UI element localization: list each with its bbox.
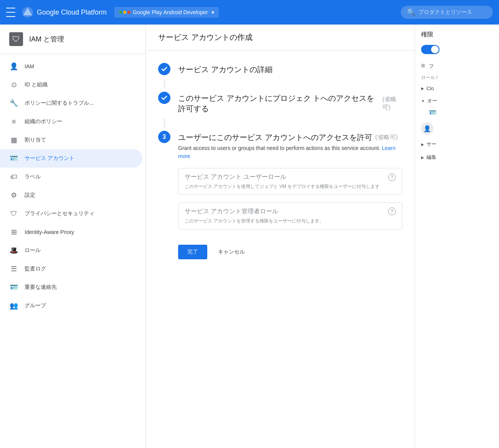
sidebar-item-contacts[interactable]: 🪪 重要な連絡先 bbox=[0, 278, 142, 296]
sidebar-label-iap: Identity-Aware Proxy bbox=[25, 229, 133, 235]
sidebar-item-organization[interactable]: ⊙ ID と組織 bbox=[0, 76, 142, 94]
sidebar-item-audit-log[interactable]: ☰ 監査ログ bbox=[0, 260, 142, 278]
step-connector-1 bbox=[164, 79, 165, 89]
sidebar-label-service-account: サービス アカウント bbox=[25, 155, 133, 162]
expand-edit-icon: ▶ bbox=[421, 155, 424, 160]
step1-indicator bbox=[158, 63, 170, 75]
step-connector-2 bbox=[164, 119, 165, 128]
panel-row-edit[interactable]: ▶ 編集 bbox=[421, 152, 493, 162]
sidebar-item-groups[interactable]: 👥 グループ bbox=[0, 296, 142, 315]
step2-title: このサービス アカウントにプロジェク トへのアクセスを許可する (省略可) bbox=[178, 93, 402, 114]
sidebar-label-groups: グループ bbox=[25, 302, 133, 309]
user-role-field[interactable]: サービス アカウント ユーザーロール ? このサービス アカウントを使用してジョ… bbox=[178, 168, 402, 195]
sidebar-label-audit: 監査ログ bbox=[25, 265, 133, 272]
checkmark-icon bbox=[161, 66, 168, 72]
admin-role-field-row: サービス アカウント管理者ロール ? bbox=[185, 208, 396, 216]
step3-content: ユーザーにこのサービス アカウントへのアクセスを許可 (省略可) Grant a… bbox=[178, 131, 402, 259]
step2-content: このサービス アカウントにプロジェク トへのアクセスを許可する (省略可) bbox=[178, 92, 402, 115]
toggle-knob bbox=[431, 46, 439, 53]
admin-role-help-icon[interactable]: ? bbox=[388, 208, 396, 215]
panel-label-edit: 編集 bbox=[426, 154, 436, 161]
panel-section-sar: ▶ サー bbox=[421, 139, 493, 149]
right-panel: 権限 ≡ フ ロール / ▶ Clo ▼ オー 🪪 bbox=[415, 25, 499, 448]
main-body: サービス アカウントの詳細 このサービス アカウントにプロジェク トへのアクセス… bbox=[146, 51, 415, 275]
page-title: サービス アカウントの作成 bbox=[146, 25, 415, 51]
panel-label-clo: Clo bbox=[426, 86, 434, 91]
person-row: 👤 bbox=[421, 122, 493, 135]
step2-indicator bbox=[158, 92, 170, 104]
step3-indicator: 3 bbox=[158, 131, 170, 143]
expand-clo-icon: ▶ bbox=[421, 86, 424, 91]
sidebar-label-quota: 割り当て bbox=[25, 137, 133, 143]
step3-description: Grant access to users or groups that nee… bbox=[178, 144, 402, 160]
complete-button[interactable]: 完了 bbox=[178, 245, 207, 259]
panel-row-service-icon: 🪪 bbox=[429, 107, 493, 118]
contacts-icon: 🪪 bbox=[9, 283, 18, 292]
step1-title: サービス アカウントの詳細 bbox=[178, 64, 402, 75]
sidebar-label-policy: ポリシーに関するトラブル... bbox=[25, 100, 133, 107]
toggle-switch[interactable] bbox=[421, 45, 440, 54]
project-name: Google Play Android Developer bbox=[133, 9, 208, 15]
step-2: このサービス アカウントにプロジェク トへのアクセスを許可する (省略可) bbox=[158, 92, 402, 115]
sidebar-label-org-policy: 組織のポリシー bbox=[25, 118, 133, 125]
panel-row-all[interactable]: ▼ オー bbox=[421, 96, 493, 106]
step-1: サービス アカウントの詳細 bbox=[158, 63, 402, 76]
table-icon: ▦ bbox=[9, 135, 18, 145]
menu-hamburger[interactable] bbox=[6, 8, 15, 17]
step3-title: ユーザーにこのサービス アカウントへのアクセスを許可 (省略可) bbox=[178, 132, 402, 143]
sidebar-item-roles[interactable]: 🎩 ロール bbox=[0, 241, 142, 260]
cancel-button[interactable]: キャンセル bbox=[216, 245, 246, 259]
person-icon: 👤 bbox=[421, 122, 433, 135]
panel-row-clo[interactable]: ▶ Clo bbox=[421, 84, 493, 93]
dot-green bbox=[119, 11, 122, 14]
sidebar-title: IAM と管理 bbox=[29, 35, 64, 44]
iam-header-icon: 🛡 bbox=[9, 32, 23, 46]
sidebar-label-privacy: プライバシーとセキュリティ bbox=[25, 210, 133, 217]
sidebar-item-privacy-security[interactable]: 🛡 プライバシーとセキュリティ bbox=[0, 204, 142, 223]
sidebar-item-identity-aware-proxy[interactable]: ⊞ Identity-Aware Proxy bbox=[0, 223, 142, 241]
search-icon: 🔍 bbox=[407, 8, 415, 16]
panel-section-all: ▼ オー 🪪 bbox=[421, 96, 493, 118]
admin-role-placeholder: サービス アカウント管理者ロール bbox=[185, 208, 278, 216]
expand-all-icon: ▼ bbox=[421, 99, 425, 103]
sidebar-item-settings[interactable]: ⚙ 設定 bbox=[0, 186, 142, 204]
list-icon: ☰ bbox=[9, 264, 18, 273]
sidebar-label-roles: ロール bbox=[25, 247, 133, 254]
action-buttons: 完了 キャンセル bbox=[178, 245, 402, 259]
sidebar-item-labels[interactable]: 🏷 ラベル bbox=[0, 168, 142, 186]
roles-icon: 🎩 bbox=[9, 246, 18, 255]
right-panel-title: 権限 bbox=[421, 31, 493, 39]
person-add-icon: 👤 bbox=[9, 62, 18, 71]
groups-icon: 👥 bbox=[9, 301, 18, 310]
step3-number: 3 bbox=[163, 133, 166, 140]
sidebar-navigation: 👤 IAM ⊙ ID と組織 🔧 ポリシーに関するトラブル... ≡ 組織のポリ… bbox=[0, 54, 145, 318]
grid-icon: ⊞ bbox=[9, 227, 18, 237]
sidebar-item-service-account[interactable]: 🪪 サービス アカウント bbox=[0, 149, 142, 168]
project-dots bbox=[119, 11, 131, 14]
document-icon: ≡ bbox=[9, 117, 18, 126]
expand-sar-icon: ▶ bbox=[421, 142, 424, 147]
sidebar: 🛡 IAM と管理 👤 IAM ⊙ ID と組織 🔧 ポリシーに関するトラブル.… bbox=[0, 25, 146, 448]
panel-row-sar[interactable]: ▶ サー bbox=[421, 139, 493, 149]
service-account-icon: 🪪 bbox=[9, 154, 18, 163]
step2-optional: (省略可) bbox=[382, 96, 402, 112]
panel-section-edit: ▶ 編集 bbox=[421, 152, 493, 162]
gcp-logo-icon bbox=[21, 6, 34, 18]
sidebar-item-org-policy[interactable]: ≡ 組織のポリシー bbox=[0, 112, 142, 131]
sidebar-item-iam[interactable]: 👤 IAM bbox=[0, 57, 142, 76]
user-role-help-icon[interactable]: ? bbox=[388, 173, 396, 181]
search-placeholder: プロダクトとリソース bbox=[418, 9, 472, 16]
step1-content: サービス アカウントの詳細 bbox=[178, 63, 402, 76]
sidebar-item-policy-troubleshoot[interactable]: 🔧 ポリシーに関するトラブル... bbox=[0, 94, 142, 112]
filter-icon[interactable]: ≡ フ bbox=[421, 62, 493, 70]
service-account-small-icon: 🪪 bbox=[429, 109, 436, 116]
account-circle-icon: ⊙ bbox=[9, 80, 18, 89]
sidebar-label-labels: ラベル bbox=[25, 173, 133, 180]
project-selector[interactable]: Google Play Android Developer ▾ bbox=[114, 7, 219, 18]
wrench-icon: 🔧 bbox=[9, 99, 18, 108]
shield-icon: 🛡 bbox=[9, 209, 18, 218]
sidebar-item-quota[interactable]: ▦ 割り当て bbox=[0, 131, 142, 149]
search-bar[interactable]: 🔍 プロダクトとリソース bbox=[401, 6, 493, 19]
admin-role-field[interactable]: サービス アカウント管理者ロール ? このサービス アカウントを管理する権限をユ… bbox=[178, 203, 402, 229]
sidebar-label-iam: IAM bbox=[25, 63, 133, 69]
